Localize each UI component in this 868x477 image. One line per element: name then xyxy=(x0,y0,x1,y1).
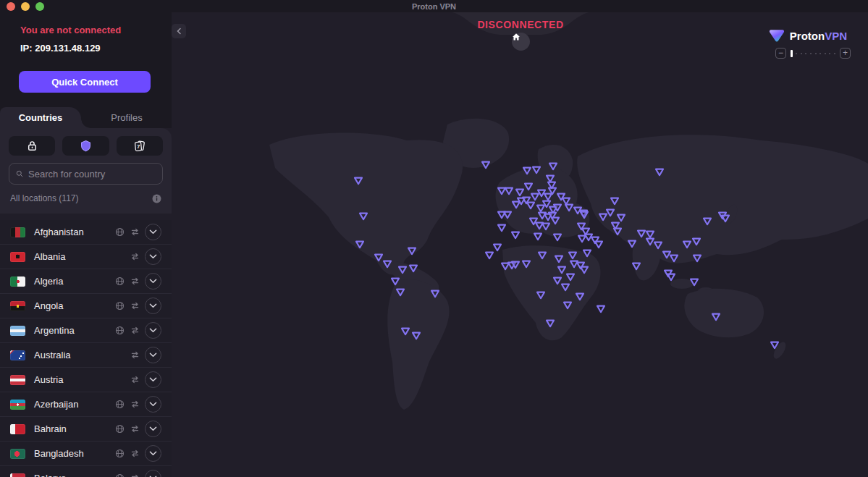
server-location-pin[interactable] xyxy=(575,261,586,271)
netshield-filter-button[interactable] xyxy=(62,136,109,156)
server-location-pin[interactable] xyxy=(581,248,593,258)
window-title: Proton VPN xyxy=(0,2,868,11)
server-location-pin[interactable] xyxy=(668,253,680,263)
country-flag xyxy=(10,301,25,311)
server-location-pin[interactable] xyxy=(523,182,534,192)
search-input[interactable] xyxy=(28,169,156,180)
server-location-pin[interactable] xyxy=(496,223,507,233)
server-location-pin[interactable] xyxy=(688,277,700,287)
locations-info-button[interactable] xyxy=(152,194,161,203)
secure-core-filter-button[interactable] xyxy=(9,136,55,156)
server-location-pin[interactable] xyxy=(701,216,713,227)
chevron-down-icon xyxy=(149,451,157,456)
server-location-pin[interactable] xyxy=(626,239,638,249)
server-location-pin[interactable] xyxy=(358,211,369,221)
server-location-pin[interactable] xyxy=(510,260,521,270)
server-location-pin[interactable] xyxy=(544,318,556,329)
server-location-pin[interactable] xyxy=(565,272,576,282)
country-row[interactable]: Bangladesh xyxy=(0,442,172,466)
server-location-pin[interactable] xyxy=(540,221,552,232)
server-location-pin[interactable] xyxy=(769,340,780,350)
server-location-pin[interactable] xyxy=(536,250,548,261)
list-header-panel: 7 All locations (117) xyxy=(0,128,172,214)
collapse-sidebar-button[interactable] xyxy=(172,24,186,38)
map-zoom-control: − + xyxy=(775,48,851,59)
p2p-icon xyxy=(130,375,140,384)
server-location-pin[interactable] xyxy=(562,300,573,311)
expand-country-button[interactable] xyxy=(145,445,161,462)
tor-filter-button[interactable]: 7 xyxy=(117,136,163,156)
country-row[interactable]: Australia xyxy=(0,343,172,368)
server-location-pin[interactable] xyxy=(631,261,642,271)
server-location-pin[interactable] xyxy=(547,161,559,172)
server-location-pin[interactable] xyxy=(553,254,565,264)
server-location-pin[interactable] xyxy=(408,263,419,274)
server-location-pin[interactable] xyxy=(652,240,664,250)
server-location-pin[interactable] xyxy=(609,196,620,206)
server-location-pin[interactable] xyxy=(480,160,492,170)
country-flag xyxy=(10,375,25,385)
server-location-pin[interactable] xyxy=(532,232,544,242)
tab-countries[interactable]: Countries xyxy=(0,107,81,128)
server-location-pin[interactable] xyxy=(552,232,563,242)
zoom-slider[interactable] xyxy=(791,50,835,57)
server-location-pin[interactable] xyxy=(521,259,532,269)
server-location-pin[interactable] xyxy=(510,230,521,240)
server-location-pin[interactable] xyxy=(503,186,515,196)
country-row[interactable]: Azerbaijan xyxy=(0,392,172,417)
expand-country-button[interactable] xyxy=(145,273,161,290)
server-location-pin[interactable] xyxy=(502,210,513,220)
server-location-pin[interactable] xyxy=(593,240,604,250)
expand-country-button[interactable] xyxy=(145,421,161,437)
server-location-pin[interactable] xyxy=(354,240,366,250)
server-location-pin[interactable] xyxy=(353,176,364,186)
quick-connect-button[interactable]: Quick Connect xyxy=(19,71,151,93)
server-location-pin[interactable] xyxy=(612,227,623,237)
server-location-pin[interactable] xyxy=(710,312,722,322)
server-location-pin[interactable] xyxy=(389,277,401,287)
map-home-button[interactable] xyxy=(512,33,530,51)
server-location-pin[interactable] xyxy=(665,272,677,282)
server-location-pin[interactable] xyxy=(654,167,665,177)
expand-country-button[interactable] xyxy=(145,297,161,314)
expand-country-button[interactable] xyxy=(145,470,161,477)
server-location-pin[interactable] xyxy=(510,200,522,210)
server-location-pin[interactable] xyxy=(400,326,411,337)
tab-profiles[interactable]: Profiles xyxy=(83,107,170,128)
country-row[interactable]: Afghanistan xyxy=(0,220,172,245)
country-row[interactable]: Albania xyxy=(0,245,172,269)
server-location-pin[interactable] xyxy=(395,287,406,297)
server-location-pin[interactable] xyxy=(397,265,408,275)
server-location-pin[interactable] xyxy=(406,246,418,256)
country-row[interactable]: Algeria xyxy=(0,269,172,294)
server-location-pin[interactable] xyxy=(492,242,503,253)
server-location-pin[interactable] xyxy=(597,212,609,222)
server-location-pin[interactable] xyxy=(595,304,607,314)
server-location-pin[interactable] xyxy=(691,237,702,247)
expand-country-button[interactable] xyxy=(145,396,161,413)
server-location-pin[interactable] xyxy=(429,289,441,299)
expand-country-button[interactable] xyxy=(145,248,161,265)
server-location-pin[interactable] xyxy=(531,165,542,175)
expand-country-button[interactable] xyxy=(145,224,161,240)
country-row[interactable]: Belarus xyxy=(0,466,172,477)
server-location-pin[interactable] xyxy=(720,214,731,224)
server-location-pin[interactable] xyxy=(382,259,393,269)
expand-country-button[interactable] xyxy=(145,322,161,339)
zoom-out-button[interactable]: − xyxy=(775,48,786,59)
country-row[interactable]: Angola xyxy=(0,294,172,318)
server-location-pin[interactable] xyxy=(535,290,547,300)
zoom-slider-handle[interactable] xyxy=(791,50,793,57)
country-row[interactable]: Bahrain xyxy=(0,417,172,442)
server-location-pin[interactable] xyxy=(410,331,422,341)
expand-country-button[interactable] xyxy=(145,371,161,388)
chevron-down-icon xyxy=(149,229,157,235)
country-row[interactable]: Austria xyxy=(0,368,172,392)
server-location-pin[interactable] xyxy=(578,210,590,220)
server-location-pin[interactable] xyxy=(691,253,703,263)
expand-country-button[interactable] xyxy=(145,347,161,363)
server-location-pin[interactable] xyxy=(574,292,586,302)
server-location-pin[interactable] xyxy=(560,282,571,292)
zoom-in-button[interactable]: + xyxy=(840,48,851,59)
country-row[interactable]: Argentina xyxy=(0,318,172,343)
